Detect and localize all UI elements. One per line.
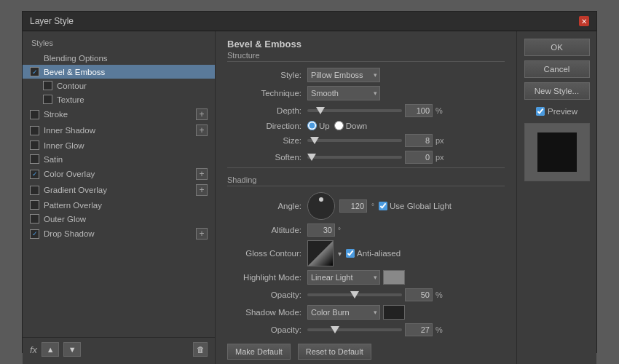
ok-button[interactable]: OK — [524, 39, 590, 56]
sidebar-item-label-texture: Texture — [57, 95, 84, 104]
checkbox-drop-shadow[interactable] — [30, 229, 39, 239]
fx-label: fx — [30, 344, 37, 355]
checkbox-pattern-overlay[interactable] — [30, 200, 39, 210]
make-default-button[interactable]: Make Default — [227, 344, 291, 360]
close-button[interactable]: ✕ — [579, 16, 589, 26]
checkbox-color-overlay[interactable] — [30, 170, 39, 179]
move-down-button[interactable]: ▼ — [63, 342, 81, 357]
direction-row: Direction: Up Down — [227, 121, 505, 130]
sidebar-item-inner-glow[interactable]: Inner Glow — [23, 138, 215, 152]
shadow-color-swatch[interactable] — [383, 305, 405, 320]
sidebar-item-bevel-emboss[interactable]: Bevel & Emboss — [23, 65, 215, 79]
technique-select[interactable]: Smooth Chisel Hard Chisel Soft — [307, 86, 380, 100]
highlight-mode-select-wrapper[interactable]: Linear Light Normal Screen — [307, 270, 380, 285]
new-style-button[interactable]: New Style... — [524, 82, 590, 100]
style-select[interactable]: Pillow Emboss Outer Bevel Inner Bevel Em… — [307, 68, 380, 82]
size-input[interactable] — [405, 134, 433, 147]
sidebar-item-satin[interactable]: Satin — [23, 152, 215, 166]
plus-button-gradient-overlay[interactable]: + — [196, 184, 208, 196]
preview-inner-box — [537, 132, 577, 172]
checkbox-gradient-overlay[interactable] — [30, 186, 39, 195]
soften-slider[interactable] — [307, 156, 402, 159]
shadow-mode-select[interactable]: Color Burn Normal Multiply — [307, 305, 380, 320]
sidebar-item-texture[interactable]: Texture — [23, 92, 215, 106]
shadow-opacity-slider[interactable] — [307, 328, 402, 331]
gloss-contour-row: Gloss Contour: ▾ Anti-aliased — [227, 240, 505, 266]
direction-down-radio[interactable] — [334, 121, 344, 130]
sidebar-item-contour[interactable]: Contour — [23, 79, 215, 92]
soften-input[interactable] — [405, 151, 433, 164]
sidebar-item-label-gradient-overlay: Gradient Overlay — [44, 186, 107, 194]
plus-button-drop-shadow[interactable]: + — [196, 228, 208, 240]
checkbox-bevel-emboss[interactable] — [30, 67, 39, 76]
checkbox-texture[interactable] — [43, 95, 52, 104]
technique-select-wrapper[interactable]: Smooth Chisel Hard Chisel Soft — [307, 86, 380, 100]
sidebar-item-blending-options[interactable]: Blending Options — [23, 52, 215, 65]
sidebar-item-drop-shadow[interactable]: Drop Shadow+ — [23, 226, 215, 242]
move-up-button[interactable]: ▲ — [42, 342, 59, 357]
angle-degree-symbol: ° — [371, 202, 374, 210]
use-global-light-option[interactable]: Use Global Light — [379, 202, 452, 210]
size-slider[interactable] — [307, 139, 402, 142]
direction-up-option[interactable]: Up — [307, 121, 330, 130]
highlight-opacity-slider[interactable] — [307, 293, 402, 296]
style-select-wrapper[interactable]: Pillow Emboss Outer Bevel Inner Bevel Em… — [307, 68, 380, 82]
size-row: Size: px — [227, 134, 505, 147]
angle-input[interactable] — [339, 199, 367, 213]
highlight-mode-select[interactable]: Linear Light Normal Screen — [307, 270, 380, 285]
preview-label-text: Preview — [548, 107, 577, 116]
anti-aliased-option[interactable]: Anti-aliased — [346, 249, 401, 258]
highlight-color-swatch[interactable] — [383, 270, 405, 285]
sidebar-item-inner-shadow[interactable]: Inner Shadow+ — [23, 122, 215, 138]
checkbox-inner-shadow[interactable] — [30, 126, 39, 135]
sidebar-item-pattern-overlay[interactable]: Pattern Overlay — [23, 198, 215, 212]
main-section-title: Bevel & Emboss — [227, 39, 505, 50]
structure-header: Structure — [227, 51, 505, 62]
shadow-mode-label: Shadow Mode: — [227, 308, 307, 317]
sidebar-item-stroke[interactable]: Stroke+ — [23, 106, 215, 122]
altitude-label: Altitude: — [227, 226, 307, 234]
shadow-mode-select-wrapper[interactable]: Color Burn Normal Multiply — [307, 305, 380, 320]
highlight-opacity-input[interactable] — [405, 288, 433, 301]
depth-label: Depth: — [227, 106, 307, 115]
altitude-input[interactable] — [307, 223, 335, 237]
shadow-opacity-input[interactable] — [405, 323, 433, 336]
plus-button-inner-shadow[interactable]: + — [196, 124, 208, 136]
shadow-opacity-label: Opacity: — [227, 325, 307, 334]
sidebar-item-label-inner-shadow: Inner Shadow — [44, 126, 95, 135]
angle-wheel[interactable] — [307, 192, 335, 220]
left-footer: fx ▲ ▼ 🗑 — [23, 337, 215, 361]
depth-input[interactable] — [405, 104, 433, 117]
preview-checkbox[interactable] — [536, 107, 545, 116]
title-bar: Layer Style ✕ — [23, 12, 596, 31]
checkbox-satin[interactable] — [30, 154, 39, 164]
depth-slider[interactable] — [307, 109, 402, 112]
sidebar-item-label-contour: Contour — [57, 82, 87, 90]
gloss-contour-preview[interactable] — [307, 240, 334, 266]
preview-label-container: Preview — [536, 107, 577, 116]
angle-indicator — [319, 197, 323, 202]
checkbox-contour[interactable] — [43, 81, 52, 90]
checkbox-outer-glow[interactable] — [30, 214, 39, 223]
delete-button[interactable]: 🗑 — [193, 342, 208, 357]
soften-slider-container: px — [307, 151, 450, 164]
reset-to-default-button[interactable]: Reset to Default — [298, 344, 371, 360]
use-global-light-checkbox[interactable] — [379, 202, 387, 210]
anti-aliased-label: Anti-aliased — [357, 249, 401, 258]
plus-button-stroke[interactable]: + — [196, 108, 208, 120]
sidebar-item-color-overlay[interactable]: Color Overlay+ — [23, 166, 215, 182]
cancel-button[interactable]: Cancel — [524, 60, 590, 78]
style-row: Style: Pillow Emboss Outer Bevel Inner B… — [227, 68, 505, 82]
anti-aliased-checkbox[interactable] — [346, 249, 355, 258]
checkbox-stroke[interactable] — [30, 110, 39, 119]
plus-button-color-overlay[interactable]: + — [196, 168, 208, 180]
checkbox-inner-glow[interactable] — [30, 141, 39, 150]
direction-up-radio[interactable] — [307, 121, 317, 130]
direction-down-option[interactable]: Down — [334, 121, 367, 130]
soften-label: Soften: — [227, 153, 307, 162]
gloss-contour-dropdown-icon[interactable]: ▾ — [338, 250, 342, 258]
sidebar-item-label-satin: Satin — [44, 155, 63, 164]
soften-row: Soften: px — [227, 151, 505, 164]
sidebar-item-outer-glow[interactable]: Outer Glow — [23, 212, 215, 226]
sidebar-item-gradient-overlay[interactable]: Gradient Overlay+ — [23, 182, 215, 198]
